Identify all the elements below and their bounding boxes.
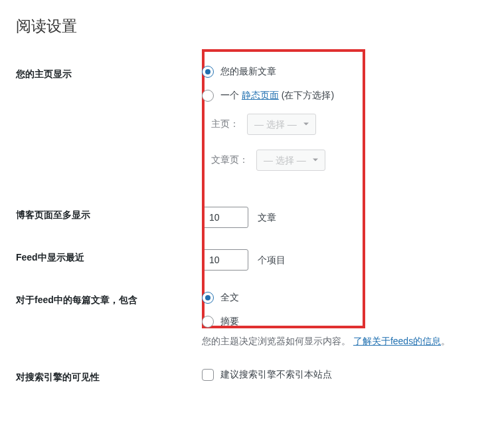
posts-per-page-label: 博客页面至多显示	[16, 196, 189, 239]
discourage-search-label: 建议搜索引擎不索引本站点	[220, 369, 332, 381]
postspage-select-label: 文章页：	[211, 154, 248, 166]
radio-static-suffix: (在下方选择)	[279, 90, 334, 100]
radio-full-text-label: 全文	[220, 292, 239, 304]
search-visibility-label: 对搜索引擎的可见性	[16, 358, 189, 397]
feed-items-input[interactable]	[202, 249, 248, 271]
radio-latest-posts[interactable]	[202, 66, 214, 78]
radio-full-text[interactable]	[202, 292, 214, 304]
posts-per-page-suffix: 文章	[258, 212, 276, 223]
homepage-display-label: 您的主页显示	[16, 55, 189, 196]
posts-per-page-input[interactable]	[202, 207, 248, 228]
feed-items-suffix: 个项目	[258, 255, 286, 265]
radio-latest-posts-label: 您的最新文章	[220, 66, 276, 78]
homepage-select-label: 主页：	[211, 118, 239, 130]
homepage-select[interactable]: — 选择 —	[247, 114, 316, 135]
feeds-info-link[interactable]: 了解关于feeds的信息	[353, 336, 441, 346]
radio-summary-label: 摘要	[220, 316, 239, 328]
feed-items-label: Feed中显示最近	[16, 239, 189, 281]
page-title: 阅读设置	[16, 13, 504, 37]
static-page-link[interactable]: 静态页面	[242, 90, 279, 100]
feed-content-label: 对于feed中的每篇文章，包含	[16, 281, 189, 358]
feed-description-suffix: 。	[441, 336, 450, 346]
radio-static-prefix: 一个	[220, 90, 242, 100]
discourage-search-checkbox[interactable]	[202, 369, 214, 381]
postspage-select[interactable]: — 选择 —	[256, 150, 325, 171]
radio-summary[interactable]	[202, 316, 214, 328]
settings-form-table: 您的主页显示 您的最新文章 一个 静态页面 (在下方选择) 主	[16, 55, 504, 397]
feed-description-prefix: 您的主题决定浏览器如何显示内容。	[202, 336, 351, 346]
radio-static-page[interactable]	[202, 90, 214, 102]
